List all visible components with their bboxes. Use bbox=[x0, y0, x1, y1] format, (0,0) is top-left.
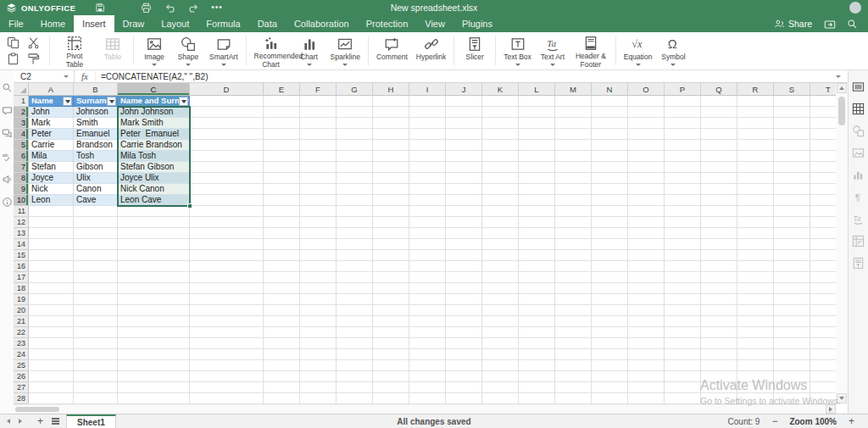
row-header-25[interactable]: 25 bbox=[14, 360, 29, 371]
horizontal-scroll-thumb[interactable] bbox=[15, 407, 59, 412]
text-art-button[interactable]: Ta Text Art bbox=[536, 32, 570, 69]
column-header-R[interactable]: R bbox=[737, 83, 774, 96]
menu-tab-file[interactable]: File bbox=[0, 15, 32, 32]
column-header-L[interactable]: L bbox=[519, 83, 555, 96]
row-header-13[interactable]: 13 bbox=[14, 228, 29, 239]
menu-tab-formula[interactable]: Formula bbox=[198, 15, 248, 32]
row-header-11[interactable]: 11 bbox=[14, 206, 29, 217]
pivot-table-button[interactable]: Pivot Table bbox=[53, 32, 96, 69]
undo-button[interactable] bbox=[164, 2, 175, 14]
column-header-M[interactable]: M bbox=[555, 83, 592, 96]
column-header-K[interactable]: K bbox=[482, 83, 519, 96]
column-header-D[interactable]: D bbox=[190, 83, 264, 96]
column-header-C[interactable]: C bbox=[118, 83, 190, 96]
cell-C8[interactable]: Joyce Ulix bbox=[118, 173, 190, 184]
slicer-settings-icon[interactable] bbox=[852, 257, 865, 270]
insert-function-button[interactable]: fx bbox=[75, 71, 96, 81]
cell-C5[interactable]: Carrie Brandson bbox=[118, 140, 190, 151]
row-header-28[interactable]: 28 bbox=[14, 393, 29, 404]
column-header-S[interactable]: S bbox=[774, 83, 810, 96]
column-header-A[interactable]: A bbox=[29, 83, 74, 96]
column-header-T[interactable]: T bbox=[810, 83, 836, 96]
open-file-location-icon[interactable] bbox=[824, 19, 835, 30]
filter-button[interactable] bbox=[179, 97, 188, 106]
redo-button[interactable] bbox=[187, 2, 199, 14]
row-header-12[interactable]: 12 bbox=[14, 217, 29, 228]
menu-tab-data[interactable]: Data bbox=[249, 15, 286, 32]
row-header-18[interactable]: 18 bbox=[14, 283, 29, 294]
chart-settings-icon[interactable] bbox=[852, 169, 865, 181]
row-header-10[interactable]: 10 bbox=[14, 195, 29, 206]
chat-icon[interactable] bbox=[2, 128, 13, 139]
menu-tab-collaboration[interactable]: Collaboration bbox=[286, 15, 358, 32]
row-header-17[interactable]: 17 bbox=[14, 272, 29, 283]
header-footer-button[interactable]: Header & Footer bbox=[570, 32, 612, 69]
paste-icon[interactable] bbox=[7, 53, 19, 65]
column-header-N[interactable]: N bbox=[592, 83, 628, 96]
comment-button[interactable]: Comment bbox=[372, 32, 412, 69]
column-header-I[interactable]: I bbox=[409, 83, 446, 96]
format-painter-icon[interactable] bbox=[27, 53, 40, 65]
cell-B2[interactable]: Johnson bbox=[74, 107, 118, 118]
menu-tab-home[interactable]: Home bbox=[32, 15, 74, 32]
save-button[interactable] bbox=[94, 2, 106, 14]
shape-button[interactable]: Shape bbox=[171, 32, 205, 69]
table-header-name[interactable]: Name bbox=[29, 96, 74, 107]
sparkline-button[interactable]: Sparkline bbox=[326, 32, 364, 69]
sheet-tab[interactable]: Sheet1 bbox=[66, 414, 116, 428]
cut-icon[interactable] bbox=[27, 36, 40, 49]
cell-A10[interactable]: Leon bbox=[29, 195, 74, 206]
cell-A8[interactable]: Joyce bbox=[29, 173, 74, 184]
hyperlink-button[interactable]: Hyperlink bbox=[412, 32, 450, 69]
shape-settings-icon[interactable] bbox=[852, 125, 865, 137]
cell-A5[interactable]: Carrie bbox=[29, 140, 74, 151]
cell-B9[interactable]: Canon bbox=[74, 184, 118, 195]
menu-tab-draw[interactable]: Draw bbox=[114, 15, 153, 32]
smartart-button[interactable]: SmartArt bbox=[205, 32, 242, 69]
image-settings-icon[interactable] bbox=[852, 147, 865, 159]
column-header-F[interactable]: F bbox=[300, 83, 337, 96]
symbol-button[interactable]: Ω Symbol bbox=[656, 32, 690, 69]
vertical-scrollbar[interactable] bbox=[836, 83, 848, 404]
menu-tab-protection[interactable]: Protection bbox=[358, 15, 417, 32]
cell-B4[interactable]: Emanuel bbox=[74, 129, 118, 140]
row-header-3[interactable]: 3 bbox=[14, 118, 29, 129]
cell-C3[interactable]: Mark Smith bbox=[118, 118, 190, 129]
cell-A3[interactable]: Mark bbox=[29, 118, 74, 129]
column-header-E[interactable]: E bbox=[264, 83, 300, 96]
cell-C6[interactable]: Mila Tosh bbox=[118, 151, 190, 162]
menu-tab-plugins[interactable]: Plugins bbox=[453, 15, 501, 32]
column-header-G[interactable]: G bbox=[337, 83, 373, 96]
table-header-name-and-surname[interactable]: Name and Surname bbox=[118, 96, 190, 107]
horizontal-scrollbar[interactable] bbox=[14, 404, 836, 414]
vertical-scroll-thumb[interactable] bbox=[838, 97, 845, 125]
table-settings-icon[interactable] bbox=[852, 103, 865, 115]
prev-sheet-button[interactable] bbox=[7, 419, 10, 424]
table-header-surname[interactable]: Surname bbox=[74, 96, 118, 107]
row-header-16[interactable]: 16 bbox=[14, 261, 29, 272]
add-sheet-button[interactable]: + bbox=[37, 417, 43, 425]
cell-B10[interactable]: Cave bbox=[74, 195, 118, 206]
chevron-down-icon[interactable] bbox=[64, 75, 69, 78]
row-header-15[interactable]: 15 bbox=[14, 250, 29, 261]
formula-input[interactable]: =CONCATENATE(A2," ",B2) bbox=[96, 72, 208, 81]
cell-A9[interactable]: Nick bbox=[29, 184, 74, 195]
print-button[interactable] bbox=[140, 2, 152, 14]
feedback-icon[interactable] bbox=[2, 174, 13, 185]
share-button[interactable]: Share bbox=[774, 19, 812, 30]
cell-A6[interactable]: Mila bbox=[29, 151, 74, 162]
scroll-up-button[interactable] bbox=[837, 83, 847, 93]
row-header-2[interactable]: 2 bbox=[14, 107, 29, 118]
cell-C10[interactable]: Leon Cave bbox=[118, 195, 190, 206]
row-header-4[interactable]: 4 bbox=[14, 129, 29, 140]
cell-C2[interactable]: John Johnson bbox=[118, 107, 190, 118]
sheet-list-button[interactable] bbox=[52, 418, 59, 425]
cell-A4[interactable]: Peter bbox=[29, 129, 74, 140]
row-header-23[interactable]: 23 bbox=[14, 338, 29, 349]
slicer-button[interactable]: Slicer bbox=[458, 32, 492, 69]
chart-button[interactable]: Chart bbox=[292, 32, 326, 69]
about-icon[interactable] bbox=[2, 197, 13, 208]
cell-settings-icon[interactable] bbox=[852, 81, 865, 93]
cell-C9[interactable]: Nick Canon bbox=[118, 184, 190, 195]
expand-formula-bar-icon[interactable] bbox=[836, 75, 841, 78]
